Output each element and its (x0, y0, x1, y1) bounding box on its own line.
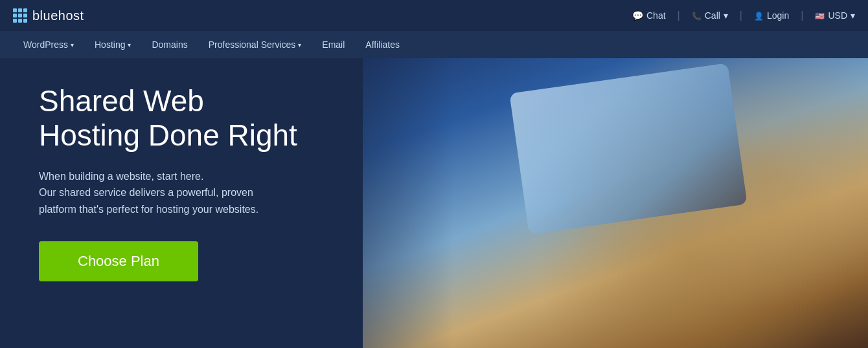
logo[interactable]: bluehost (13, 8, 84, 23)
professional-services-dropdown-arrow: ▾ (298, 41, 301, 49)
brand-name: bluehost (32, 8, 84, 23)
site-header: bluehost Chat | Call ▾ | Login | USD ▾ (0, 0, 868, 31)
divider-1: | (678, 10, 680, 21)
hero-content: Shared Web Hosting Done Right When build… (39, 84, 297, 281)
phone-icon (692, 10, 702, 21)
header-actions: Chat | Call ▾ | Login | USD ▾ (632, 10, 855, 21)
hero-title-line1: Shared Web (39, 84, 204, 118)
chat-icon (632, 10, 643, 21)
hero-title: Shared Web Hosting Done Right (39, 84, 297, 153)
divider-3: | (801, 10, 803, 21)
nav-item-hosting[interactable]: Hosting ▾ (84, 31, 141, 58)
nav-label-domains: Domains (152, 39, 187, 50)
login-link[interactable]: Login (754, 10, 789, 21)
chat-label: Chat (646, 10, 666, 21)
nav-label-email: Email (322, 39, 345, 50)
wordpress-dropdown-arrow: ▾ (71, 41, 74, 49)
user-icon (754, 10, 764, 21)
divider-2: | (740, 10, 742, 21)
nav-label-affiliates: Affiliates (365, 39, 400, 50)
nav-item-email[interactable]: Email (312, 31, 355, 58)
choose-plan-button[interactable]: Choose Plan (39, 241, 198, 281)
login-label: Login (767, 10, 789, 21)
nav-label-wordpress: WordPress (23, 39, 68, 50)
nav-item-wordpress[interactable]: WordPress ▾ (13, 31, 84, 58)
currency-label: USD (828, 10, 847, 21)
nav-item-professional-services[interactable]: Professional Services ▾ (198, 31, 312, 58)
main-nav: WordPress ▾ Hosting ▾ Domains Profession… (0, 31, 868, 58)
currency-dropdown-arrow: ▾ (851, 10, 855, 21)
chat-link[interactable]: Chat (632, 10, 666, 21)
logo-grid-icon (13, 8, 27, 23)
hero-title-line2: Hosting Done Right (39, 118, 297, 152)
laptop-decoration (509, 63, 747, 234)
hosting-dropdown-arrow: ▾ (128, 41, 131, 49)
flag-icon (815, 10, 825, 21)
call-dropdown-arrow: ▾ (724, 10, 728, 21)
nav-label-professional-services: Professional Services (209, 39, 296, 50)
hero-subtitle: When building a website, start here. Our… (39, 168, 297, 218)
hero-section: Shared Web Hosting Done Right When build… (0, 58, 868, 348)
nav-item-affiliates[interactable]: Affiliates (355, 31, 410, 58)
currency-link[interactable]: USD ▾ (815, 10, 855, 21)
nav-item-domains[interactable]: Domains (141, 31, 198, 58)
call-link[interactable]: Call ▾ (692, 10, 728, 21)
call-label: Call (705, 10, 720, 21)
nav-label-hosting: Hosting (95, 39, 125, 50)
